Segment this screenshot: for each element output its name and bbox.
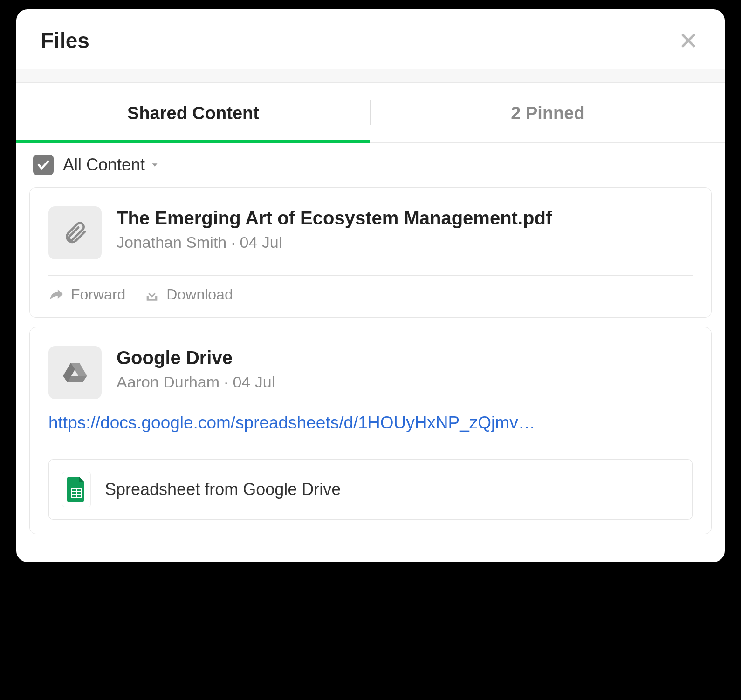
card-head: Google Drive Aaron Durham · 04 Jul (48, 346, 693, 399)
sheets-icon-wrap (62, 472, 91, 507)
file-meta: Aaron Durham · 04 Jul (117, 373, 275, 391)
forward-icon (48, 287, 64, 303)
file-date: 04 Jul (240, 233, 282, 251)
google-sheets-icon (67, 477, 86, 502)
attachment-box[interactable]: Spreadsheet from Google Drive (48, 459, 693, 520)
file-title: Google Drive (117, 346, 275, 369)
close-button[interactable] (676, 28, 700, 53)
file-author: Jonathan Smith (117, 233, 226, 251)
file-card[interactable]: Google Drive Aaron Durham · 04 Jul https… (29, 327, 712, 534)
tab-shared-content[interactable]: Shared Content (16, 83, 370, 142)
google-drive-icon (62, 360, 88, 386)
header-separator (16, 69, 725, 83)
download-button[interactable]: Download (144, 286, 233, 303)
file-link[interactable]: https://docs.google.com/spreadsheets/d/1… (48, 413, 693, 433)
file-card[interactable]: The Emerging Art of Ecosystem Management… (29, 187, 712, 318)
attachment-label: Spreadsheet from Google Drive (105, 480, 341, 499)
card-divider (48, 275, 693, 276)
file-icon-tile (48, 206, 102, 259)
close-icon (679, 31, 698, 50)
card-text-block: The Emerging Art of Ecosystem Management… (117, 206, 552, 251)
file-title: The Emerging Art of Ecosystem Management… (117, 206, 552, 230)
check-icon (36, 158, 50, 172)
file-date: 04 Jul (233, 373, 275, 391)
content-list: The Emerging Art of Ecosystem Management… (16, 187, 725, 562)
download-icon (144, 287, 160, 303)
caret-down-icon (150, 160, 160, 170)
card-head: The Emerging Art of Ecosystem Management… (48, 206, 693, 259)
filter-label: All Content (63, 155, 145, 175)
forward-label: Forward (71, 286, 125, 303)
modal-title: Files (41, 28, 89, 53)
files-modal: Files Shared Content 2 Pinned All Conten… (16, 9, 725, 562)
paperclip-icon (62, 220, 88, 246)
forward-button[interactable]: Forward (48, 286, 125, 303)
file-author: Aaron Durham (117, 373, 220, 391)
card-actions: Forward Download (48, 286, 693, 303)
download-label: Download (166, 286, 233, 303)
filter-row: All Content (16, 143, 725, 187)
card-divider (48, 449, 693, 449)
tab-pinned[interactable]: 2 Pinned (371, 83, 725, 142)
modal-header: Files (16, 9, 725, 69)
select-all-checkbox[interactable] (33, 155, 54, 175)
file-meta: Jonathan Smith · 04 Jul (117, 233, 552, 251)
tabs-row: Shared Content 2 Pinned (16, 83, 725, 143)
file-icon-tile (48, 346, 102, 399)
card-text-block: Google Drive Aaron Durham · 04 Jul (117, 346, 275, 391)
content-filter-dropdown[interactable]: All Content (63, 155, 160, 175)
